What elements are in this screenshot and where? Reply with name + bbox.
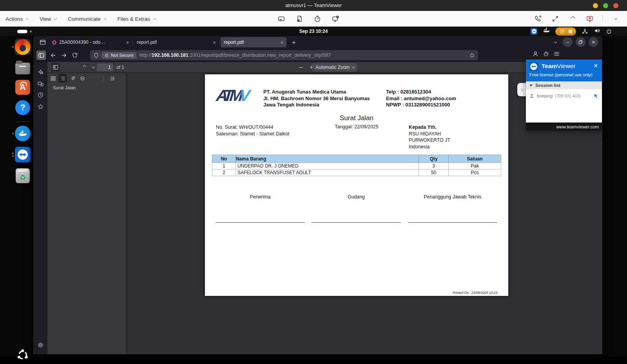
teamviewer-tray-icon[interactable] xyxy=(531,28,537,35)
license-label: Free license (personal use only) xyxy=(529,72,593,77)
list-all-tabs-icon[interactable] xyxy=(550,38,560,47)
url-text: http://192.168.100.181:1001/report/pdf/b… xyxy=(140,52,331,58)
company-contact: Telp : 02816512304 Email : antumed@yahoo… xyxy=(386,89,456,108)
session-window-icon[interactable] xyxy=(277,14,286,23)
menu-view[interactable]: View xyxy=(40,16,56,22)
menu-files-extras[interactable]: Files & Extras xyxy=(118,16,155,22)
tanggal: Tanggal: 22/09/2025 xyxy=(205,124,508,130)
session-id: (709 031 403) xyxy=(555,94,580,98)
synced-tabs-icon[interactable] xyxy=(36,80,44,88)
firefox-sidebar xyxy=(33,62,47,354)
tab-close-icon[interactable]: × xyxy=(213,40,216,45)
tab-report-pdf-2-active[interactable]: report.pdf × xyxy=(221,37,286,47)
settings-gear-icon[interactable] xyxy=(36,341,44,349)
history-clock-icon[interactable] xyxy=(36,91,44,99)
forward-icon[interactable] xyxy=(59,50,69,60)
salesman: Salesman: Slamet - Slamet Dalkot xyxy=(216,131,289,137)
reload-icon[interactable] xyxy=(70,50,80,60)
not-secure-badge[interactable]: Not Secure xyxy=(101,52,136,59)
menu-hamburger-icon[interactable] xyxy=(553,50,560,57)
session-timer-icon[interactable] xyxy=(313,14,322,23)
firefox-window: 25A00004390 - odooApp × report.pdf × rep… xyxy=(33,36,602,354)
document-title: Surat Jalan xyxy=(205,114,508,122)
pdf-toolbar: of 1 – + Automatic Zoom xyxy=(47,62,602,73)
odoo-favicon xyxy=(52,40,56,45)
fullscreen-icon[interactable] xyxy=(551,14,560,23)
minimize-traffic-button[interactable] xyxy=(593,3,598,8)
back-icon[interactable] xyxy=(48,50,58,60)
tracking-shield-icon[interactable] xyxy=(93,52,99,58)
maximize-traffic-button[interactable] xyxy=(603,3,608,8)
file-transfer-icon[interactable] xyxy=(295,14,304,23)
bookmarks-star-icon[interactable] xyxy=(36,103,44,110)
power-icon[interactable] xyxy=(606,28,612,34)
close-session-icon[interactable] xyxy=(585,14,594,23)
recipient-city: PURWOKERTO JT xyxy=(409,137,450,144)
docker-tray-icon[interactable] xyxy=(543,27,550,35)
outline-view-icon[interactable] xyxy=(58,74,67,83)
voip-call-icon[interactable] xyxy=(533,14,543,23)
sidebar-toggle-icon[interactable] xyxy=(36,50,46,60)
ai-chatbot-icon[interactable] xyxy=(36,68,44,76)
previous-page-icon[interactable] xyxy=(80,63,88,72)
tab-close-icon[interactable]: × xyxy=(280,40,283,45)
tab-report-pdf-1[interactable]: report.pdf × xyxy=(134,37,219,47)
recipient-country: Indonesia xyxy=(409,144,450,150)
window-close-button[interactable]: ✕ xyxy=(589,37,598,47)
bookmark-star-icon[interactable] xyxy=(469,52,475,58)
collapse-toolbar-icon[interactable] xyxy=(568,14,577,23)
volume-icon[interactable] xyxy=(594,27,600,36)
page-number-input[interactable] xyxy=(97,63,113,71)
goods-table: No Nama Barang Qty Satuan 1 UNDERPAD DR.… xyxy=(212,155,501,176)
window-restore-button[interactable] xyxy=(576,37,585,47)
more-options-icon[interactable] xyxy=(611,14,620,23)
url-bar[interactable]: Not Secure http://192.168.100.181:1001/r… xyxy=(90,50,478,60)
session-row[interactable]: boejang (709 031 403) xyxy=(529,93,599,99)
panel-collapse-handle[interactable] xyxy=(517,83,526,96)
navigation-bar: Not Secure http://192.168.100.181:1001/r… xyxy=(33,49,602,62)
menu-communicate[interactable]: Communicate xyxy=(68,16,105,22)
dock-teamviewer-icon[interactable] xyxy=(14,146,31,163)
panel-header: TeamViewer ✕ Free license (personal use … xyxy=(526,59,602,81)
recipient-block: Kepada Yth. RSU HIDAYAH PURWOKERTO JT In… xyxy=(409,124,450,150)
window-minimize-button[interactable]: – xyxy=(563,37,573,47)
company-info: PT. Anugerah Tunas Medica Utama Jl. HM. … xyxy=(263,89,370,108)
dock-ubuntu-software-icon[interactable]: A xyxy=(14,79,31,96)
dock-docker-icon[interactable] xyxy=(14,125,31,142)
close-traffic-button[interactable] xyxy=(613,3,618,8)
attachments-icon[interactable] xyxy=(68,74,77,83)
dock-help-icon[interactable]: ? xyxy=(14,99,31,116)
add-monitor-icon[interactable] xyxy=(331,14,340,23)
thumbnails-view-icon[interactable] xyxy=(49,74,57,83)
account-icon[interactable] xyxy=(532,50,539,57)
panel-close-icon[interactable]: ✕ xyxy=(593,63,598,69)
pdf-sidebar-toggle-icon[interactable] xyxy=(51,63,60,72)
company-email: Email : antumed@yahoo.com xyxy=(386,96,456,102)
page-count-label: of 1 xyxy=(116,65,124,70)
tab-close-icon[interactable]: × xyxy=(126,40,129,45)
network-icon[interactable] xyxy=(582,28,588,35)
stop-record-icon[interactable] xyxy=(569,30,572,33)
firefox-view-icon[interactable] xyxy=(37,38,48,47)
dock-show-apps-icon[interactable] xyxy=(14,347,31,363)
dock-firefox-icon[interactable] xyxy=(14,39,31,55)
dock-trash-icon[interactable]: ♻ xyxy=(14,168,31,184)
next-page-icon[interactable] xyxy=(89,63,97,72)
outline-item-surat-jalan[interactable]: Surat Jalan xyxy=(53,85,76,90)
menu-actions[interactable]: Actions xyxy=(5,16,28,22)
zoom-select[interactable]: Automatic Zoom xyxy=(312,63,357,72)
printed-on-footer: Printed On : 23/09/2025 10:23 xyxy=(453,291,497,295)
current-outline-item-icon[interactable] xyxy=(108,74,116,83)
layers-icon[interactable] xyxy=(78,74,87,83)
dock-files-icon[interactable] xyxy=(14,60,31,77)
extensions-icon[interactable] xyxy=(543,50,549,57)
recipient-label: Kepada Yth. xyxy=(409,124,450,131)
signature-penerima: Penerima xyxy=(216,194,305,200)
screenshare-indicator[interactable] xyxy=(555,27,576,36)
new-tab-button[interactable]: + xyxy=(290,38,298,47)
teamviewer-url[interactable]: www.teamviewer.com xyxy=(556,124,599,129)
session-list-header[interactable]: Session list xyxy=(526,81,602,89)
tab-odoo[interactable]: 25A00004390 - odooApp × xyxy=(49,37,132,47)
gnome-top-bar: Sep 23 10:24 xyxy=(0,27,627,36)
zoom-out-icon[interactable]: – xyxy=(297,63,305,72)
